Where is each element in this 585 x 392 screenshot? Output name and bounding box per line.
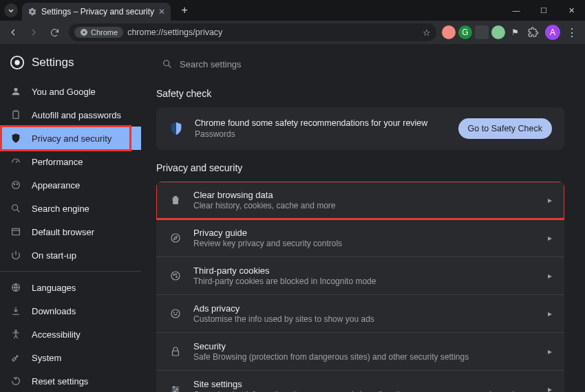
extension-icon-3[interactable] (475, 25, 489, 39)
sidebar-item-default-browser[interactable]: Default browser (0, 220, 141, 243)
lock-icon (169, 345, 182, 358)
row-title: Security (193, 341, 537, 351)
minimize-button[interactable]: — (502, 0, 530, 21)
sidebar-item-label: Search engine (32, 204, 89, 214)
power-icon (10, 249, 22, 261)
sidebar-item-label: Languages (32, 283, 76, 293)
sidebar-item-label: You and Google (32, 87, 96, 97)
gear-icon (28, 7, 37, 17)
back-button[interactable] (4, 23, 22, 41)
trash-icon (169, 193, 182, 207)
svg-point-24 (173, 386, 175, 388)
site-chip[interactable]: Chrome (74, 27, 123, 38)
sidebar-item-system[interactable]: System (0, 346, 141, 369)
maximize-button[interactable]: ☐ (530, 0, 557, 21)
extensions-button[interactable] (524, 23, 542, 41)
address-bar[interactable]: Chrome chrome://settings/privacy ☆ (69, 23, 436, 41)
row-site-settings[interactable]: Site settings Controls what information … (156, 371, 564, 392)
svg-point-25 (176, 389, 178, 390)
settings-sidebar: Settings You and Google Autofill and pas… (0, 44, 141, 392)
globe-icon (10, 281, 22, 294)
safety-card-sub: Passwords (195, 129, 447, 139)
sidebar-item-reset[interactable]: Reset settings (0, 369, 141, 392)
browser-tab[interactable]: Settings – Privacy and security ✕ (22, 3, 171, 21)
row-title: Site settings (193, 379, 537, 389)
sidebar-item-label: Accessibility (32, 329, 81, 340)
search-settings-input[interactable]: Search settings (156, 51, 500, 77)
shield-check-icon (169, 121, 184, 136)
svg-point-3 (14, 60, 19, 65)
sidebar-item-accessibility[interactable]: Accessibility (0, 323, 141, 346)
row-sub: Review key privacy and security controls (193, 239, 537, 248)
row-third-party-cookies[interactable]: Third-party cookies Third-party cookies … (156, 257, 564, 295)
sidebar-item-label: Appearance (32, 180, 80, 190)
extension-icon-2[interactable]: G (458, 25, 472, 39)
palette-icon (10, 179, 22, 191)
sidebar-item-privacy-security[interactable]: Privacy and security (0, 127, 141, 150)
reload-button[interactable] (45, 23, 63, 41)
browser-icon (10, 226, 22, 238)
row-sub: Third-party cookies are blocked in Incog… (193, 276, 537, 286)
extension-icon-5[interactable]: ⚑ (508, 25, 522, 39)
sidebar-item-label: Downloads (32, 306, 76, 316)
row-privacy-guide[interactable]: Privacy guide Review key privacy and sec… (156, 219, 564, 257)
svg-point-7 (17, 184, 17, 184)
window-controls: — ☐ ✕ (502, 0, 585, 21)
chrome-icon (10, 55, 25, 70)
settings-brand: Settings (0, 52, 141, 80)
sidebar-item-label: Default browser (32, 227, 94, 237)
settings-main: Search settings Safety check Chrome foun… (141, 44, 585, 392)
chevron-right-icon: ▸ (548, 233, 552, 243)
svg-rect-4 (13, 111, 19, 119)
row-ads-privacy[interactable]: Ads privacy Customise the info used by s… (156, 295, 564, 333)
tab-dropdown-button[interactable] (4, 3, 18, 17)
sidebar-item-label: Autofill and passwords (32, 110, 121, 120)
sidebar-item-label: Performance (32, 157, 83, 167)
chevron-right-icon: ▸ (548, 195, 552, 205)
download-icon (10, 305, 22, 317)
row-clear-browsing-data[interactable]: Clear browsing data Clear history, cooki… (156, 182, 564, 219)
sidebar-item-languages[interactable]: Languages (0, 276, 141, 299)
section-title-privacy: Privacy and security (156, 162, 564, 173)
close-window-button[interactable]: ✕ (557, 0, 585, 21)
bookmark-star-icon[interactable]: ☆ (423, 28, 431, 38)
profile-avatar[interactable]: A (545, 25, 560, 40)
forward-button[interactable] (25, 23, 43, 41)
shield-icon (10, 132, 22, 144)
chevron-right-icon: ▸ (548, 347, 552, 356)
sidebar-item-performance[interactable]: Performance (0, 150, 141, 173)
svg-point-19 (176, 274, 177, 275)
svg-point-6 (14, 184, 14, 184)
cookie-icon (169, 269, 182, 283)
accessibility-icon (10, 328, 22, 340)
sidebar-item-autofill[interactable]: Autofill and passwords (0, 103, 141, 127)
search-icon (10, 202, 22, 215)
sidebar-item-appearance[interactable]: Appearance (0, 173, 141, 197)
svg-point-17 (173, 274, 175, 276)
reset-icon (10, 375, 22, 387)
sidebar-item-downloads[interactable]: Downloads (0, 299, 141, 323)
row-security[interactable]: Security Safe Browsing (protection from … (156, 333, 564, 371)
close-tab-button[interactable]: ✕ (158, 7, 165, 17)
menu-button[interactable]: ⋮ (563, 23, 581, 41)
sidebar-item-search-engine[interactable]: Search engine (0, 197, 141, 220)
extension-icon-1[interactable] (442, 25, 456, 39)
svg-point-18 (176, 276, 178, 278)
new-tab-button[interactable]: + (176, 2, 193, 19)
sidebar-item-startup[interactable]: On start-up (0, 243, 141, 267)
sidebar-item-label: On start-up (32, 250, 76, 261)
title-bar: Settings – Privacy and security ✕ + — ☐ … (0, 0, 585, 21)
sidebar-item-you-and-google[interactable]: You and Google (0, 80, 141, 103)
svg-rect-9 (12, 228, 20, 235)
wrench-icon (10, 351, 22, 364)
go-to-safety-check-button[interactable]: Go to Safety Check (458, 118, 552, 139)
chip-label: Chrome (91, 28, 118, 36)
svg-point-22 (177, 312, 178, 313)
chevron-right-icon: ▸ (548, 384, 552, 392)
chevron-right-icon: ▸ (548, 271, 552, 281)
chevron-right-icon: ▸ (548, 309, 552, 318)
extension-icon-4[interactable] (491, 25, 505, 39)
svg-point-1 (83, 31, 85, 34)
search-icon (162, 58, 173, 69)
clipboard-icon (10, 109, 22, 121)
